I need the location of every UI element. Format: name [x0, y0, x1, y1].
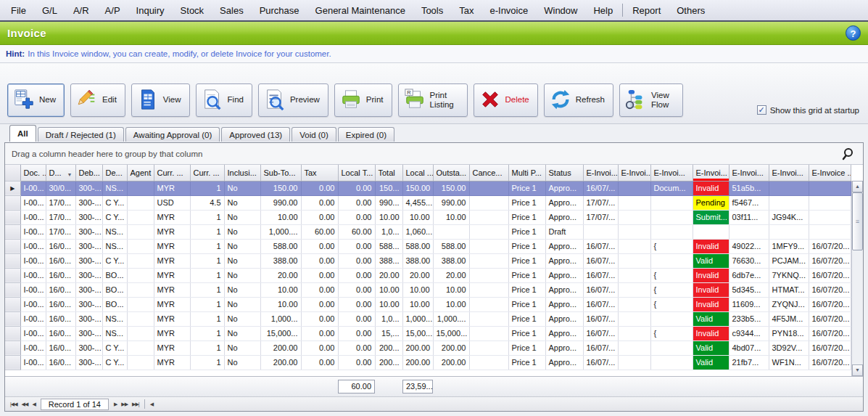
- grid-cell[interactable]: MYR: [154, 355, 190, 370]
- menu-item-sales[interactable]: Sales: [212, 1, 252, 20]
- grid-cell[interactable]: [650, 210, 693, 224]
- grid-cell[interactable]: [469, 355, 508, 370]
- grid-cell[interactable]: {: [650, 268, 693, 282]
- grid-cell[interactable]: 16/07/20...: [809, 268, 851, 282]
- grid-cell[interactable]: 388.00: [433, 253, 469, 268]
- grid-cell[interactable]: 1: [190, 326, 224, 340]
- find-button[interactable]: Find: [196, 83, 252, 117]
- grid-cell[interactable]: 16/07/20...: [809, 239, 851, 253]
- grid-cell[interactable]: 20.00: [260, 268, 301, 282]
- view-flow-button[interactable]: View Flow: [619, 83, 683, 117]
- column-header-7[interactable]: Inclusi...: [224, 165, 260, 181]
- row-indicator[interactable]: [5, 210, 20, 224]
- grid-cell[interactable]: Price 1: [508, 210, 545, 224]
- grid-cell[interactable]: I-00...: [20, 239, 46, 253]
- grid-cell[interactable]: 10.00: [402, 282, 433, 297]
- grid-cell[interactable]: 300-...: [75, 253, 102, 268]
- grid-cell[interactable]: [650, 253, 693, 268]
- grid-cell[interactable]: 0.00: [301, 355, 338, 370]
- grid-cell[interactable]: 0.00: [338, 181, 375, 195]
- grid-cell[interactable]: [618, 340, 650, 355]
- grid-cell[interactable]: 60.00: [338, 224, 375, 239]
- grid-cell[interactable]: 1: [190, 181, 224, 195]
- grid-cell[interactable]: [618, 355, 650, 370]
- row-indicator[interactable]: [5, 253, 20, 268]
- grid-cell[interactable]: MYR: [154, 239, 190, 253]
- grid-cell[interactable]: [127, 253, 154, 268]
- grid-cell[interactable]: Appro...: [545, 311, 583, 326]
- grid-cell[interactable]: 16/07/20...: [809, 340, 851, 355]
- grid-cell[interactable]: ZYQNJ...: [769, 297, 809, 311]
- column-header-19[interactable]: E-Invoi...: [650, 165, 693, 181]
- grid-cell[interactable]: 588.00: [260, 239, 301, 253]
- grid-cell[interactable]: [618, 311, 650, 326]
- grid-cell[interactable]: C Y...: [102, 210, 127, 224]
- print-button[interactable]: Print: [334, 83, 392, 117]
- table-row[interactable]: I-00...16/0...300-...C Y...MYR1No388.000…: [5, 253, 851, 268]
- grid-cell[interactable]: 51a5b...: [729, 181, 769, 195]
- grid-cell[interactable]: 16/07/...: [583, 239, 618, 253]
- grid-cell[interactable]: Price 1: [508, 282, 545, 297]
- grid-cell[interactable]: 16/0...: [46, 297, 75, 311]
- grid-cell[interactable]: 1: [190, 239, 224, 253]
- grid-cell[interactable]: [469, 326, 508, 340]
- column-header-21[interactable]: E-Invoi...: [729, 165, 769, 181]
- grid-cell[interactable]: I-00...: [20, 195, 46, 210]
- grid-cell[interactable]: [618, 282, 650, 297]
- grid-cell[interactable]: 388.00: [260, 253, 301, 268]
- grid-cell[interactable]: [469, 282, 508, 297]
- grid-cell[interactable]: I-00...: [20, 340, 46, 355]
- grid-cell[interactable]: 10.00: [375, 210, 402, 224]
- grid-cell[interactable]: [469, 297, 508, 311]
- grid-cell[interactable]: Appro...: [545, 355, 583, 370]
- grid-cell[interactable]: MYR: [154, 340, 190, 355]
- grid-cell[interactable]: [650, 355, 693, 370]
- grid-cell[interactable]: [469, 181, 508, 195]
- grid-cell[interactable]: [618, 297, 650, 311]
- grid-cell[interactable]: 1: [190, 355, 224, 370]
- next-page-button[interactable]: ▶▶: [119, 400, 130, 409]
- grid-cell[interactable]: 1: [190, 311, 224, 326]
- tab-approved-13[interactable]: Approved (13): [221, 127, 290, 142]
- scrollbar-track[interactable]: [852, 250, 863, 364]
- grid-cell[interactable]: [469, 268, 508, 282]
- grid-cell[interactable]: 0.00: [301, 210, 338, 224]
- grid-cell[interactable]: 0.00: [301, 297, 338, 311]
- grid-cell[interactable]: [809, 181, 851, 195]
- grid-cell[interactable]: {: [650, 326, 693, 340]
- grid-cell[interactable]: 200.00: [433, 355, 469, 370]
- grid-cell[interactable]: 16/07/20...: [809, 311, 851, 326]
- column-header-18[interactable]: E-Invoi...: [618, 165, 650, 181]
- grid-cell[interactable]: 0.00: [338, 311, 375, 326]
- grid-cell[interactable]: Appro...: [545, 195, 583, 210]
- scrollbar-thumb[interactable]: [852, 192, 863, 250]
- grid-cell[interactable]: 990.00: [433, 195, 469, 210]
- table-row[interactable]: I-00...16/0...300-...NS...MYR1No588.000.…: [5, 239, 851, 253]
- grid-cell[interactable]: MYR: [154, 210, 190, 224]
- row-indicator[interactable]: [5, 239, 20, 253]
- grid-cell[interactable]: 300-...: [75, 282, 102, 297]
- grid-cell[interactable]: [127, 224, 154, 239]
- grid-cell[interactable]: I-00...: [20, 210, 46, 224]
- grid-cell[interactable]: [809, 210, 851, 224]
- grid-cell[interactable]: [618, 253, 650, 268]
- grid-cell[interactable]: 5d345...: [729, 282, 769, 297]
- table-row[interactable]: I-00...16/0...300-...BO...MYR1No20.000.0…: [5, 268, 851, 282]
- grid-cell[interactable]: {: [650, 282, 693, 297]
- grid-cell[interactable]: 03f11...: [729, 210, 769, 224]
- row-indicator[interactable]: [5, 195, 20, 210]
- column-header-22[interactable]: E-Invoi...: [769, 165, 809, 181]
- grid-cell[interactable]: 4F5JM...: [769, 311, 809, 326]
- grid-cell[interactable]: Invalid: [693, 326, 729, 340]
- column-header-16[interactable]: Status: [545, 165, 583, 181]
- grid-cell[interactable]: [469, 224, 508, 239]
- grid-cell[interactable]: MYR: [154, 326, 190, 340]
- scroll-down-icon[interactable]: ▼: [852, 364, 863, 376]
- column-header-12[interactable]: Local ...: [402, 165, 433, 181]
- column-header-10[interactable]: Local T...: [338, 165, 375, 181]
- hscroll-left-button[interactable]: ◀: [148, 400, 155, 409]
- menu-item-stock[interactable]: Stock: [173, 1, 212, 20]
- grid-cell[interactable]: 300-...: [75, 268, 102, 282]
- grid-cell[interactable]: [127, 311, 154, 326]
- table-row[interactable]: I-00...16/0...300-...BO...MYR1No10.000.0…: [5, 297, 851, 311]
